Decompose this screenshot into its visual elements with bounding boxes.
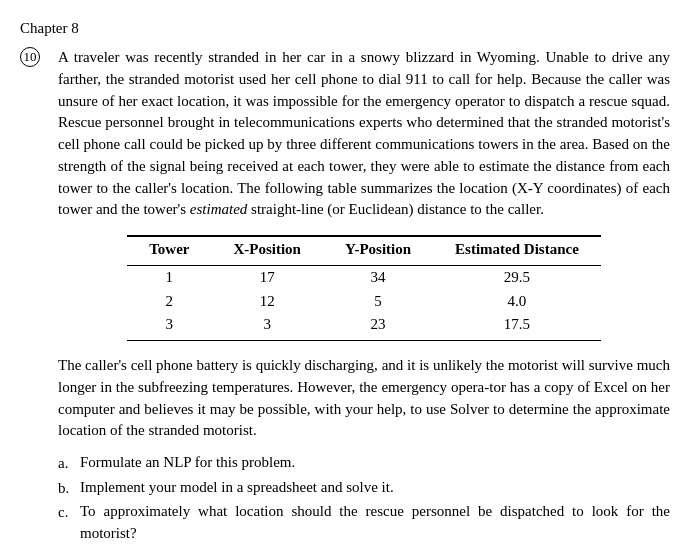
sub-label: b.	[58, 477, 80, 500]
table-cell: 12	[211, 290, 323, 314]
table-cell: 4.0	[433, 290, 601, 314]
sub-label: a.	[58, 452, 80, 475]
sub-question: a.Formulate an NLP for this problem.	[58, 452, 670, 475]
problem-body: A traveler was recently stranded in her …	[58, 47, 670, 547]
problem-number: 10	[20, 47, 58, 67]
chapter-heading: Chapter 8	[20, 20, 670, 37]
table-cell: 34	[323, 265, 433, 289]
table-cell: 23	[323, 313, 433, 340]
sub-question: b.Implement your model in a spreadsheet …	[58, 477, 670, 500]
col-tower: Tower	[127, 236, 211, 265]
table-cell: 5	[323, 290, 433, 314]
chapter-label: Chapter 8	[20, 20, 79, 36]
tower-table: Tower X-Position Y-Position Estimated Di…	[127, 235, 601, 341]
problem-container: 10 A traveler was recently stranded in h…	[20, 47, 670, 547]
problem-intro: A traveler was recently stranded in her …	[58, 49, 670, 217]
table-wrapper: Tower X-Position Y-Position Estimated Di…	[58, 235, 670, 341]
sub-text: Implement your model in a spreadsheet an…	[80, 477, 670, 499]
table-row: 332317.5	[127, 313, 601, 340]
table-row: 1173429.5	[127, 265, 601, 289]
sub-text: Formulate an NLP for this problem.	[80, 452, 670, 474]
col-y: Y-Position	[323, 236, 433, 265]
table-cell: 29.5	[433, 265, 601, 289]
sub-label: c.	[58, 501, 80, 524]
table-cell: 3	[211, 313, 323, 340]
table-cell: 17.5	[433, 313, 601, 340]
col-dist: Estimated Distance	[433, 236, 601, 265]
col-x: X-Position	[211, 236, 323, 265]
circle-number: 10	[20, 47, 40, 67]
problem-intro-end: straight-line (or Euclidean) distance to…	[251, 201, 544, 217]
table-cell: 2	[127, 290, 211, 314]
sub-questions: a.Formulate an NLP for this problem.b.Im…	[58, 452, 670, 545]
table-cell: 3	[127, 313, 211, 340]
sub-text: To approximately what location should th…	[80, 501, 670, 545]
table-cell: 1	[127, 265, 211, 289]
table-row: 21254.0	[127, 290, 601, 314]
problem-continuation: The caller's cell phone battery is quick…	[58, 355, 670, 442]
table-cell: 17	[211, 265, 323, 289]
estimated-word: estimated	[190, 201, 248, 217]
sub-question: c.To approximately what location should …	[58, 501, 670, 545]
